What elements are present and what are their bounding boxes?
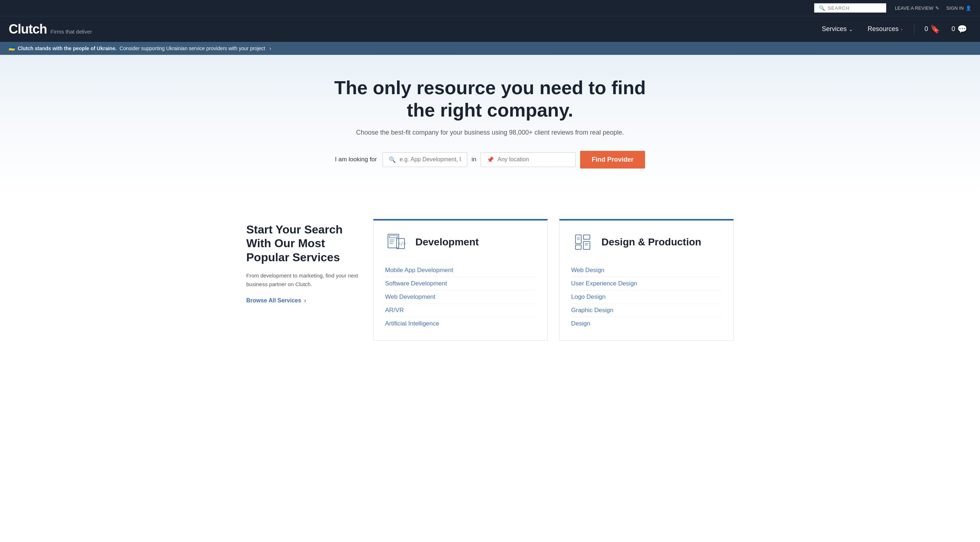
nav-divider — [914, 24, 915, 35]
leave-review-link[interactable]: LEAVE A REVIEW ✎ — [895, 5, 939, 11]
mobile-app-dev-link[interactable]: Mobile App Development — [385, 264, 536, 277]
ai-link[interactable]: Artificial Intelligence — [385, 317, 536, 330]
resources-nav-item[interactable]: Resources › — [862, 22, 908, 36]
ux-design-link[interactable]: User Experience Design — [571, 277, 722, 290]
bookmarks-button[interactable]: 0 🔖 — [920, 22, 944, 37]
svg-rect-9 — [583, 235, 590, 239]
development-card-title: Development — [415, 236, 479, 248]
design-card-header: Design & Production — [571, 231, 722, 253]
search-input[interactable] — [828, 5, 878, 11]
message-icon: 💬 — [957, 24, 967, 34]
chevron-down-icon: ⌄ — [849, 26, 853, 32]
sign-in-link[interactable]: SIGN IN 👤 — [947, 5, 971, 11]
graphic-design-link[interactable]: Graphic Design — [571, 304, 722, 317]
arrow-right-icon: › — [304, 297, 306, 304]
service-search-input[interactable] — [399, 156, 461, 163]
logo-area: Clutch Firms that deliver — [9, 22, 816, 37]
svg-rect-8 — [576, 245, 581, 249]
edit-icon: ✎ — [935, 5, 939, 11]
location-icon: 📌 — [487, 156, 494, 163]
hero-search-bar: I am looking for 🔍 in 📌 Find Provider — [335, 151, 645, 169]
svg-rect-1 — [390, 236, 397, 238]
location-search-box[interactable]: 📌 — [480, 152, 576, 167]
messages-button[interactable]: 0 💬 — [947, 22, 971, 37]
hero-subtitle: Choose the best-fit company for your bus… — [9, 129, 971, 136]
logo-tagline: Firms that deliver — [51, 29, 92, 35]
nav-right: Services ⌄ Resources › 0 🔖 0 💬 — [816, 22, 971, 37]
user-icon: 👤 — [966, 5, 971, 11]
service-search-box[interactable]: 🔍 — [383, 152, 467, 167]
design-icon — [571, 231, 594, 253]
browse-all-link[interactable]: Browse All Services › — [246, 297, 362, 304]
services-nav-item[interactable]: Services ⌄ — [816, 22, 859, 36]
hero-section: The only resource you need to find the r… — [0, 55, 980, 198]
design-link[interactable]: Design — [571, 317, 722, 330]
search-icon: 🔍 — [819, 5, 825, 11]
development-card: </> Development Mobile App Development S… — [373, 219, 548, 341]
top-bar: 🔍 LEAVE A REVIEW ✎ SIGN IN 👤 — [0, 0, 980, 16]
in-label: in — [472, 156, 476, 163]
logo-design-link[interactable]: Logo Design — [571, 290, 722, 304]
design-card-title: Design & Production — [601, 236, 701, 248]
web-dev-link[interactable]: Web Development — [385, 290, 536, 304]
main-nav: Clutch Firms that deliver Services ⌄ Res… — [0, 16, 980, 42]
ukraine-link[interactable]: Consider supporting Ukrainian service pr… — [120, 45, 266, 51]
services-intro-title: Start Your Search With Our Most Popular … — [246, 223, 362, 264]
web-design-link[interactable]: Web Design — [571, 264, 722, 277]
services-section: Start Your Search With Our Most Popular … — [238, 198, 742, 355]
ukraine-banner: 🇺🇦 Clutch stands with the people of Ukra… — [0, 42, 980, 55]
development-icon: </> — [385, 231, 408, 253]
ukraine-flag: 🇺🇦 — [9, 45, 15, 51]
chevron-right-icon: › — [900, 26, 902, 32]
top-bar-links: LEAVE A REVIEW ✎ SIGN IN 👤 — [895, 5, 971, 11]
location-input[interactable] — [498, 156, 570, 163]
services-intro: Start Your Search With Our Most Popular … — [246, 219, 362, 341]
hero-title: The only resource you need to find the r… — [328, 77, 652, 121]
development-card-header: </> Development — [385, 231, 536, 253]
svg-rect-10 — [583, 241, 590, 249]
looking-for-label: I am looking for — [335, 156, 377, 163]
logo[interactable]: Clutch — [9, 22, 47, 37]
search-icon: 🔍 — [389, 156, 396, 163]
bookmark-icon: 🔖 — [930, 24, 940, 34]
ar-vr-link[interactable]: AR/VR — [385, 304, 536, 317]
design-card: Design & Production Web Design User Expe… — [559, 219, 734, 341]
services-intro-desc: From development to marketing, find your… — [246, 271, 362, 289]
top-search-box[interactable]: 🔍 — [814, 3, 886, 13]
find-provider-button[interactable]: Find Provider — [580, 151, 645, 169]
svg-text:</>: </> — [398, 241, 406, 246]
ukraine-arrow: › — [269, 45, 271, 51]
ukraine-bold-text: Clutch stands with the people of Ukraine… — [18, 45, 117, 51]
software-dev-link[interactable]: Software Development — [385, 277, 536, 290]
